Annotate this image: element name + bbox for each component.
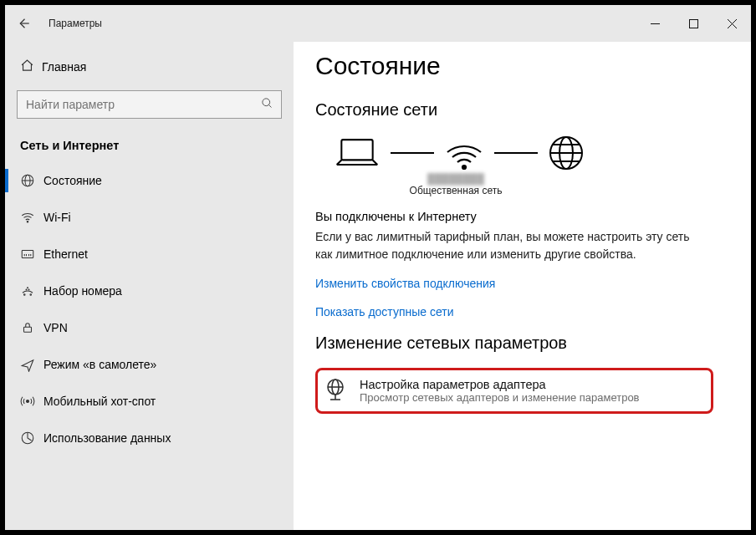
hotspot-icon (20, 394, 43, 409)
network-status-heading: Состояние сети (315, 100, 729, 120)
globe-large-icon (548, 135, 585, 171)
wifi-large-icon (444, 135, 484, 171)
close-button[interactable] (713, 10, 751, 37)
close-icon (728, 19, 737, 28)
svg-rect-11 (22, 251, 33, 258)
svg-point-20 (28, 288, 28, 288)
sidebar-item-airplane[interactable]: Режим «в самолете» (5, 346, 294, 383)
adapter-title: Настройка параметров адаптера (360, 378, 640, 391)
main-content: Состояние Состояние сети (294, 42, 751, 530)
maximize-icon (689, 19, 698, 28)
sidebar-item-label: Ethernet (43, 247, 88, 261)
svg-point-18 (26, 289, 27, 290)
svg-point-17 (30, 294, 32, 296)
svg-point-16 (24, 294, 26, 296)
adapter-desc: Просмотр сетевых адаптеров и изменение п… (360, 391, 640, 404)
minimize-icon (651, 19, 660, 28)
sidebar: Главная Сеть и Интернет Состояние Wi (5, 42, 294, 530)
back-button[interactable] (5, 5, 42, 42)
titlebar: Параметры (5, 5, 751, 42)
dialup-icon (20, 283, 43, 298)
window-title: Параметры (49, 18, 102, 29)
link-change-connection-props[interactable]: Изменить свойства подключения (315, 277, 729, 290)
ethernet-icon (20, 247, 43, 262)
sidebar-item-ethernet[interactable]: Ethernet (5, 236, 294, 273)
svg-point-25 (462, 166, 466, 169)
link-show-networks[interactable]: Показать доступные сети (315, 305, 729, 318)
minimize-button[interactable] (636, 10, 674, 37)
public-network-label: Общественная сеть (381, 185, 531, 196)
network-caption: ████████ Общественная сеть (381, 173, 531, 196)
airplane-icon (20, 357, 43, 372)
sidebar-item-hotspot[interactable]: Мобильный хот-спот (5, 383, 294, 420)
sidebar-section-title: Сеть и Интернет (5, 120, 294, 162)
svg-rect-24 (341, 140, 372, 160)
search-input[interactable] (17, 90, 282, 119)
sidebar-home[interactable]: Главная (5, 52, 294, 82)
svg-point-22 (27, 400, 29, 403)
sidebar-item-vpn[interactable]: VPN (5, 309, 294, 346)
adapter-settings-row[interactable]: Настройка параметров адаптера Просмотр с… (315, 368, 713, 414)
change-params-heading: Изменение сетевых параметров (315, 334, 729, 353)
laptop-icon (334, 136, 381, 170)
arrow-left-icon (16, 16, 31, 31)
sidebar-item-wifi[interactable]: Wi-Fi (5, 199, 294, 236)
connected-heading: Вы подключены к Интернету (315, 210, 729, 223)
network-diagram (334, 135, 729, 171)
sidebar-item-label: Мобильный хот-спот (43, 395, 156, 408)
adapter-icon (323, 377, 348, 405)
wifi-icon (20, 210, 43, 225)
search-wrap (17, 90, 282, 119)
network-ssid-blurred: ████████ (381, 173, 531, 185)
sidebar-item-label: Состояние (43, 174, 102, 187)
sidebar-item-label: VPN (43, 321, 68, 334)
sidebar-item-dialup[interactable]: Набор номера (5, 273, 294, 309)
vpn-icon (20, 320, 43, 335)
svg-rect-2 (689, 19, 697, 28)
diagram-connector (391, 152, 434, 154)
sidebar-item-label: Wi-Fi (43, 211, 71, 224)
svg-point-19 (28, 289, 29, 290)
sidebar-home-label: Главная (42, 60, 86, 74)
data-icon (20, 431, 43, 446)
connected-body: Если у вас лимитный тарифный план, вы мо… (315, 228, 708, 263)
svg-rect-21 (24, 327, 32, 332)
sidebar-item-datausage[interactable]: Использование данных (5, 420, 294, 456)
globe-icon (20, 173, 43, 188)
maximize-button[interactable] (674, 10, 713, 37)
page-title: Состояние (315, 52, 729, 80)
settings-window: Параметры Главная (3, 3, 753, 532)
sidebar-item-status[interactable]: Состояние (5, 162, 294, 199)
diagram-connector (494, 152, 538, 154)
svg-point-10 (27, 222, 28, 223)
sidebar-item-label: Режим «в самолете» (43, 358, 156, 371)
home-icon (20, 59, 42, 75)
sidebar-item-label: Использование данных (43, 431, 171, 445)
adapter-text: Настройка параметров адаптера Просмотр с… (360, 378, 640, 404)
sidebar-item-label: Набор номера (43, 284, 122, 298)
